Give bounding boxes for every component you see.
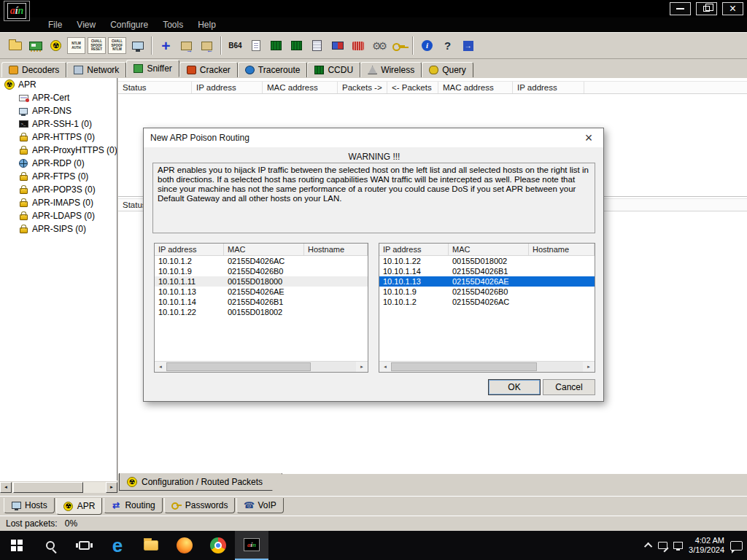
column-header-mac[interactable]: MAC bbox=[224, 244, 304, 255]
tree-item-apr-dns[interactable]: APR-DNS bbox=[0, 104, 117, 117]
tray-pen-icon[interactable] bbox=[658, 542, 667, 549]
tree-item-apr-ftps[interactable]: APR-FTPS (0) bbox=[0, 170, 117, 183]
column-ip-address[interactable]: IP address bbox=[192, 82, 263, 93]
cancel-button[interactable]: Cancel bbox=[543, 379, 595, 395]
column-packets-in[interactable]: <- Packets bbox=[387, 82, 438, 93]
source-list-row[interactable]: 10.10.1.1402155D4026B1 bbox=[155, 297, 368, 307]
target-list-row[interactable]: 10.10.1.1402155D4026B1 bbox=[379, 266, 595, 276]
cisco-config-button[interactable] bbox=[348, 35, 368, 56]
chrome-taskbar-button[interactable] bbox=[201, 531, 235, 560]
tree-root-apr[interactable]: APR bbox=[0, 78, 117, 91]
menu-configure[interactable]: Configure bbox=[103, 18, 155, 31]
column-ip-address2[interactable]: IP address bbox=[513, 82, 584, 93]
tab-wireless[interactable]: Wireless bbox=[360, 62, 422, 77]
tree-item-apr-cert[interactable]: APR-Cert bbox=[0, 91, 117, 104]
cain-taskbar-button[interactable]: aín bbox=[235, 531, 268, 560]
tab-decoders[interactable]: Decoders bbox=[1, 62, 66, 77]
menu-view[interactable]: View bbox=[69, 18, 103, 31]
tab-apr[interactable]: APR bbox=[56, 498, 103, 515]
about-button[interactable] bbox=[417, 35, 437, 56]
tab-ccdu[interactable]: CCDU bbox=[307, 62, 360, 77]
scroll-left-arrow[interactable]: ◄ bbox=[0, 482, 12, 493]
tab-traceroute[interactable]: Traceroute bbox=[238, 62, 308, 77]
scroll-left-arrow[interactable]: ◄ bbox=[155, 362, 166, 372]
column-header-mac[interactable]: MAC bbox=[449, 244, 529, 255]
restore-button[interactable] bbox=[696, 2, 717, 15]
tab-hosts[interactable]: Hosts bbox=[4, 498, 55, 513]
tab-cracker[interactable]: Cracker bbox=[179, 62, 238, 77]
tree-item-apr-rdp[interactable]: APR-RDP (0) bbox=[0, 157, 117, 170]
minimize-button[interactable] bbox=[670, 2, 691, 15]
source-list-row[interactable]: 10.10.1.2200155D018002 bbox=[155, 307, 368, 317]
task-view-button[interactable] bbox=[67, 531, 101, 560]
hash-calc-button[interactable] bbox=[266, 35, 286, 56]
hash-calc2-button[interactable] bbox=[287, 35, 306, 56]
scroll-right-arrow[interactable]: ► bbox=[356, 362, 368, 372]
tab-routing[interactable]: Routing bbox=[104, 498, 162, 513]
source-list-row[interactable]: 10.10.1.1302155D4026AE bbox=[155, 287, 368, 297]
ntlm-auth-button[interactable]: NTLM AUTH bbox=[66, 35, 86, 56]
column-packets-out[interactable]: Packets -> bbox=[338, 82, 387, 93]
tree-item-apr-ldaps[interactable]: APR-LDAPS (0) bbox=[0, 209, 117, 222]
tree-item-apr-ssh1[interactable]: APR-SSH-1 (0) bbox=[0, 117, 117, 131]
tray-display-icon[interactable] bbox=[673, 542, 683, 549]
ok-button[interactable]: OK bbox=[488, 379, 541, 395]
dialog-titlebar[interactable]: New ARP Poison Routing bbox=[144, 128, 603, 147]
rdp-spoof-button[interactable] bbox=[328, 35, 347, 56]
dialog-close-button[interactable] bbox=[574, 128, 603, 147]
column-header-ip[interactable]: IP address bbox=[379, 244, 449, 255]
tab-configuration-routed-packets[interactable]: Configuration / Routed Packets bbox=[119, 473, 282, 491]
hosts-monitor-button[interactable] bbox=[128, 35, 147, 56]
tree-item-apr-proxyhttps[interactable]: APR-ProxyHTTPS (0) bbox=[0, 144, 117, 157]
taskbar-search-button[interactable] bbox=[34, 531, 67, 560]
menu-file[interactable]: File bbox=[41, 18, 69, 31]
cert-spoof-button[interactable] bbox=[246, 35, 266, 56]
export-button[interactable] bbox=[197, 35, 217, 56]
column-mac-address[interactable]: MAC address bbox=[263, 82, 338, 93]
wireless-key-button[interactable] bbox=[389, 35, 409, 56]
scroll-right-arrow[interactable]: ► bbox=[583, 362, 595, 372]
column-header-hostname[interactable]: Hostname bbox=[304, 244, 368, 255]
tab-voip[interactable]: VoIP bbox=[236, 498, 283, 513]
column-header-hostname[interactable]: Hostname bbox=[529, 244, 595, 255]
scroll-thumb[interactable] bbox=[13, 482, 83, 493]
services-button[interactable] bbox=[368, 35, 388, 56]
column-mac-address2[interactable]: MAC address bbox=[438, 82, 513, 93]
tab-query[interactable]: Query bbox=[422, 62, 473, 77]
chall-spoof-ntlm-button[interactable]: CHALL SPOOF NTLM bbox=[107, 35, 127, 56]
source-list-row[interactable]: 10.10.1.202155D4026AC bbox=[155, 256, 368, 266]
tab-passwords[interactable]: Passwords bbox=[164, 498, 236, 513]
network-adapter-button[interactable] bbox=[26, 35, 45, 56]
target-list-row[interactable]: 10.10.1.1302155D4026AE bbox=[379, 276, 595, 287]
calculator-button[interactable] bbox=[307, 35, 327, 56]
import-button[interactable] bbox=[177, 35, 196, 56]
scroll-thumb[interactable] bbox=[391, 362, 537, 371]
menu-tools[interactable]: Tools bbox=[155, 18, 190, 31]
target-list-row[interactable]: 10.10.1.902155D4026B0 bbox=[379, 287, 595, 297]
tree-item-apr-imaps[interactable]: APR-IMAPS (0) bbox=[0, 196, 117, 209]
exit-button[interactable] bbox=[458, 35, 478, 56]
hidden-icons-chevron[interactable] bbox=[644, 542, 652, 551]
scroll-track[interactable] bbox=[12, 482, 106, 493]
tree-item-apr-pop3s[interactable]: APR-POP3S (0) bbox=[0, 183, 117, 196]
target-list-row[interactable]: 10.10.1.2200155D018002 bbox=[379, 256, 595, 266]
scroll-left-arrow[interactable]: ◄ bbox=[379, 362, 391, 372]
source-list-row[interactable]: 10.10.1.1100155D018000 bbox=[155, 276, 368, 287]
tree-item-apr-sips[interactable]: APR-SIPS (0) bbox=[0, 222, 117, 236]
scroll-track[interactable] bbox=[166, 362, 356, 372]
add-to-list-button[interactable]: + bbox=[156, 35, 176, 56]
help-button[interactable] bbox=[438, 35, 457, 56]
scroll-right-arrow[interactable]: ► bbox=[106, 482, 117, 493]
firefox-taskbar-button[interactable] bbox=[168, 531, 201, 560]
chall-spoof-reset-button[interactable]: CHALL SPOOF RESET bbox=[87, 35, 107, 56]
scroll-thumb[interactable] bbox=[166, 362, 311, 371]
file-explorer-taskbar-button[interactable] bbox=[134, 531, 168, 560]
open-file-button[interactable] bbox=[5, 35, 25, 56]
start-button[interactable] bbox=[0, 531, 34, 560]
scroll-track[interactable] bbox=[391, 362, 583, 372]
target-list-row[interactable]: 10.10.1.202155D4026AC bbox=[379, 297, 595, 307]
column-status[interactable]: Status bbox=[118, 82, 192, 93]
tab-network[interactable]: Network bbox=[66, 62, 126, 77]
base64-button[interactable]: B64 bbox=[225, 35, 245, 56]
menu-help[interactable]: Help bbox=[190, 18, 223, 31]
